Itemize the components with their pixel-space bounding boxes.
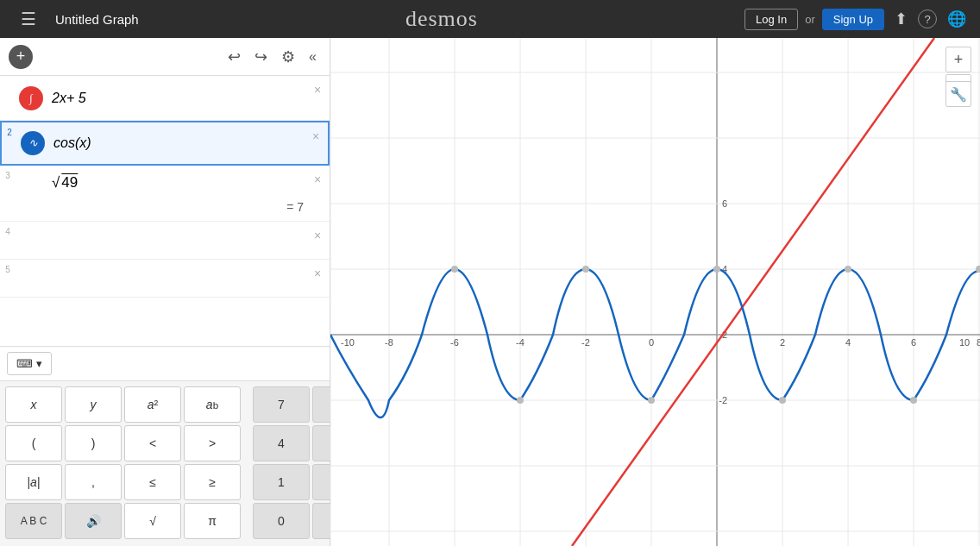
- expr-num-2: 2: [2, 122, 17, 164]
- graph-area: -8 -6 -4 -2 0 2 4 6 8 -10 10 4 6 2 -2: [330, 38, 980, 546]
- expression-row-5[interactable]: 5 ×: [0, 260, 330, 298]
- svg-text:-2: -2: [719, 395, 727, 405]
- svg-rect-0: [330, 38, 980, 546]
- key-abs[interactable]: |a|: [5, 464, 62, 500]
- graph-svg: -8 -6 -4 -2 0 2 4 6 8 -10 10 4 6 2 -2: [330, 38, 980, 546]
- toolbar-left: +: [9, 45, 33, 69]
- expression-row-1[interactable]: ∫ 2x + 5 ×: [0, 76, 330, 121]
- toolbar-right: ↩ ↪ ⚙ «: [223, 46, 321, 68]
- key-open-paren[interactable]: (: [5, 425, 62, 461]
- key-sqrt[interactable]: √: [124, 503, 181, 539]
- key-leq[interactable]: ≤: [124, 464, 181, 500]
- keyboard-toggle-area: ⌨ ▾: [0, 346, 330, 380]
- key-7[interactable]: 7: [253, 386, 310, 423]
- key-less-than[interactable]: <: [124, 425, 181, 461]
- or-text: or: [805, 13, 815, 26]
- keyboard-rows: x y a² ab ( ) < > |a| , ≤: [5, 386, 324, 539]
- share-icon[interactable]: ⬆: [891, 9, 911, 28]
- expr-icon-4: [16, 222, 47, 259]
- menu-button[interactable]: ☰: [10, 5, 47, 33]
- key-abc[interactable]: A B C: [5, 503, 62, 539]
- svg-point-44: [910, 397, 917, 404]
- expr-close-3[interactable]: ×: [305, 166, 330, 200]
- expression-row-3[interactable]: 3 √49 × = 7: [0, 166, 330, 222]
- undo-button[interactable]: ↩: [223, 46, 245, 68]
- svg-point-37: [582, 266, 589, 273]
- keyboard-toggle-arrow: ▾: [36, 357, 42, 370]
- svg-text:-4: -4: [516, 337, 525, 348]
- page-title: Untitled Graph: [55, 12, 139, 27]
- expr-close-4[interactable]: ×: [305, 222, 330, 259]
- kb-row-1-left: x y a² ab: [5, 386, 241, 423]
- expr-num-5: 5: [0, 260, 16, 297]
- expression-row-2[interactable]: 2 ∿ cos(x) ×: [0, 121, 330, 166]
- keyboard-icon: ⌨: [16, 357, 33, 370]
- zoom-in-button[interactable]: +: [945, 47, 971, 72]
- svg-text:-8: -8: [385, 337, 393, 348]
- key-pi[interactable]: π: [184, 503, 241, 539]
- expr-content-4[interactable]: [47, 222, 305, 259]
- expr-close-2[interactable]: ×: [304, 122, 328, 164]
- expr-icon-3: [16, 166, 47, 200]
- key-comma[interactable]: ,: [65, 464, 122, 500]
- expr-close-5[interactable]: ×: [305, 260, 330, 297]
- expr-close-1[interactable]: ×: [305, 76, 330, 120]
- svg-point-43: [779, 397, 786, 404]
- wrench-button[interactable]: 🔧: [945, 81, 971, 107]
- svg-point-39: [845, 266, 851, 273]
- key-close-paren[interactable]: ): [65, 425, 122, 461]
- expr-num-3: 3: [0, 166, 16, 200]
- expr-content-5[interactable]: [47, 260, 305, 297]
- svg-text:-6: -6: [450, 337, 459, 348]
- key-1[interactable]: 1: [253, 464, 310, 500]
- key-y[interactable]: y: [65, 386, 122, 423]
- globe-icon[interactable]: 🌐: [944, 9, 970, 28]
- key-a2[interactable]: a²: [124, 386, 181, 423]
- collapse-button[interactable]: «: [305, 47, 321, 66]
- expr-result-3: = 7: [0, 200, 330, 221]
- settings-button[interactable]: ⚙: [277, 46, 299, 68]
- keyboard-section: x y a² ab ( ) < > |a| , ≤: [0, 380, 330, 546]
- svg-text:4: 4: [845, 337, 851, 348]
- svg-point-41: [517, 397, 524, 404]
- expression-list: ∫ 2x + 5 × 2 ∿ cos(x) ×: [0, 76, 330, 346]
- key-4[interactable]: 4: [253, 425, 310, 461]
- sidebar: + ↩ ↪ ⚙ « ∫ 2x + 5 ×: [0, 38, 330, 546]
- key-0[interactable]: 0: [253, 503, 310, 539]
- svg-point-36: [451, 266, 458, 273]
- signup-button[interactable]: Sign Up: [822, 9, 884, 30]
- svg-text:-2: -2: [581, 337, 590, 348]
- expr-content-1[interactable]: 2x + 5: [47, 76, 305, 120]
- key-x[interactable]: x: [5, 386, 62, 423]
- topbar-left: ☰ Untitled Graph: [10, 5, 139, 33]
- login-button[interactable]: Log In: [744, 9, 798, 30]
- key-sound[interactable]: 🔊: [65, 503, 122, 539]
- kb-row-3-left: |a| , ≤ ≥: [5, 464, 241, 500]
- keyboard-left-group: x y a² ab ( ) < > |a| , ≤: [5, 386, 241, 539]
- svg-text:10: 10: [959, 337, 970, 348]
- topbar: ☰ Untitled Graph desmos Log In or Sign U…: [0, 0, 980, 38]
- expr-content-3[interactable]: √49: [47, 166, 305, 200]
- expr-icon-5: [16, 260, 47, 297]
- add-expression-button[interactable]: +: [9, 45, 33, 69]
- topbar-right: Log In or Sign Up ⬆ ? 🌐: [744, 9, 970, 30]
- key-geq[interactable]: ≥: [184, 464, 241, 500]
- kb-row-2-left: ( ) < >: [5, 425, 241, 461]
- svg-text:6: 6: [911, 337, 916, 348]
- keyboard-toggle-button[interactable]: ⌨ ▾: [7, 352, 52, 375]
- key-greater-than[interactable]: >: [184, 425, 241, 461]
- svg-text:8: 8: [977, 337, 980, 348]
- expr-content-2[interactable]: cos(x): [48, 122, 304, 164]
- help-icon[interactable]: ?: [918, 9, 937, 28]
- svg-text:0: 0: [649, 337, 654, 348]
- expr-num-4: 4: [0, 222, 16, 259]
- expression-row-4[interactable]: 4 ×: [0, 222, 330, 260]
- expr-num-1: [0, 76, 16, 120]
- main-area: + ↩ ↪ ⚙ « ∫ 2x + 5 ×: [0, 38, 980, 546]
- desmos-logo: desmos: [405, 6, 478, 32]
- svg-text:6: 6: [722, 198, 727, 209]
- kb-row-4-left: A B C 🔊 √ π: [5, 503, 241, 539]
- key-ab[interactable]: ab: [184, 386, 241, 423]
- redo-button[interactable]: ↪: [250, 46, 272, 68]
- wave-icon-2: ∿: [28, 136, 38, 150]
